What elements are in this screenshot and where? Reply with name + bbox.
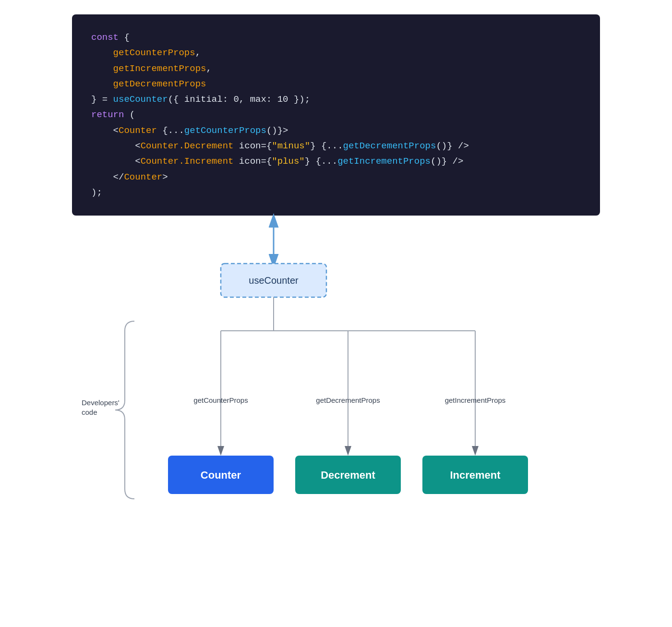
decrement-box-label: Decrement bbox=[321, 469, 375, 481]
use-counter-label: useCounter bbox=[249, 275, 299, 286]
dev-code-label2: code bbox=[82, 408, 97, 416]
counter-box-label: Counter bbox=[201, 469, 241, 481]
curly-brace bbox=[115, 321, 134, 499]
code-line-l9: <Counter.Decrement icon={"minus"} {...ge… bbox=[91, 138, 581, 154]
dev-code-label: Developers' bbox=[82, 398, 120, 407]
code-line-l3: getIncrementProps, bbox=[91, 61, 581, 76]
increment-box-label: Increment bbox=[450, 469, 501, 481]
counter-props-label: getCounterProps bbox=[193, 396, 248, 404]
code-line-l11: </Counter> bbox=[91, 169, 581, 185]
increment-props-label: getIncrementProps bbox=[445, 396, 506, 404]
code-line-l10: <Counter.Increment icon={"plus"} {...get… bbox=[91, 154, 581, 169]
diagram: useCounter Developers' code getCounterPr… bbox=[72, 216, 600, 582]
code-line-l8: <Counter {...getCounterProps()}> bbox=[91, 123, 581, 138]
code-line-l12: ); bbox=[91, 185, 581, 200]
code-line-l5: } = useCounter({ initial: 0, max: 10 }); bbox=[91, 92, 581, 107]
code-block: const { getCounterProps, getIncrementPro… bbox=[72, 14, 600, 216]
code-line-l1: const { bbox=[91, 30, 581, 45]
decrement-props-label: getDecrementProps bbox=[316, 396, 380, 404]
code-line-l4: getDecrementProps bbox=[91, 76, 581, 92]
diagram-svg: useCounter Developers' code getCounterPr… bbox=[72, 216, 600, 580]
code-line-l7: return ( bbox=[91, 107, 581, 122]
code-line-l2: getCounterProps, bbox=[91, 45, 581, 60]
